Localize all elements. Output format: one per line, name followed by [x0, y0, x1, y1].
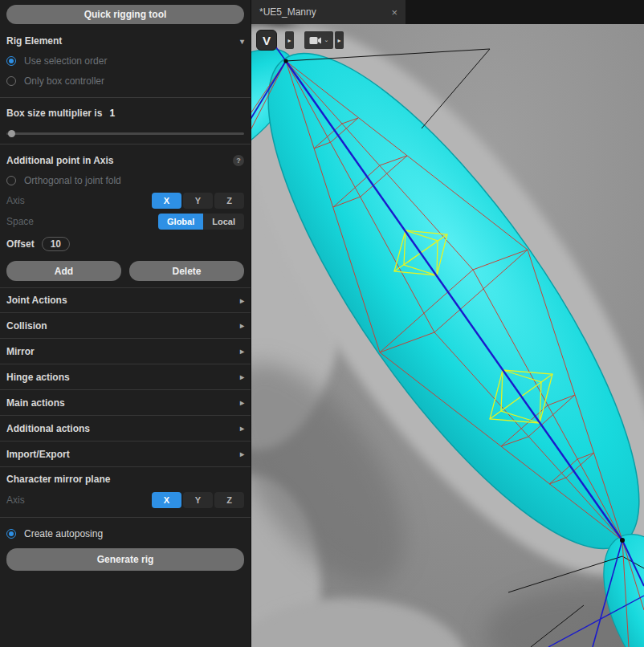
chevron-right-icon: ▸: [240, 296, 244, 305]
section-import-export[interactable]: Import/Export ▸: [0, 442, 251, 467]
character-mirror-plane-title: Character mirror plane: [6, 474, 110, 485]
radio-off-icon: [6, 176, 16, 185]
section-hinge-actions[interactable]: Hinge actions ▸: [0, 364, 251, 390]
radio-off-icon: [6, 76, 16, 86]
box-size-multiplier-label: Box size multiplier is: [6, 108, 102, 119]
space-selector-row: Space Global Local: [6, 211, 244, 232]
box-size-multiplier-value: 1: [109, 108, 115, 119]
viewport-3d[interactable]: V ▸ ⌄ ▸: [251, 24, 644, 647]
chevron-right-icon: ▸: [240, 424, 244, 433]
box-size-slider[interactable]: [6, 130, 244, 137]
divider: [0, 517, 251, 518]
axis-label: Axis: [6, 195, 150, 206]
application-window: Quick rigging tool Rig Element ▾ Use sel…: [0, 0, 644, 647]
chevron-right-icon: ▸: [240, 398, 244, 407]
mirror-axis-x-button[interactable]: X: [152, 492, 181, 508]
section-label: Hinge actions: [6, 372, 70, 383]
only-box-controller-label: Only box controller: [24, 75, 104, 87]
additional-point-header: Additional point in Axis ?: [6, 151, 244, 170]
mirror-axis-label: Axis: [6, 494, 150, 506]
divider: [0, 144, 251, 144]
radio-on-icon: [6, 56, 16, 66]
flyout-right-icon[interactable]: ▸: [285, 31, 294, 49]
rig-element-header[interactable]: Rig Element ▾: [6, 31, 244, 51]
chevron-down-icon: ▾: [240, 37, 244, 46]
axis-z-button[interactable]: Z: [214, 193, 244, 209]
chevron-right-icon: ▸: [240, 372, 244, 381]
viewport-toolbar: V ▸ ⌄ ▸: [256, 30, 344, 51]
axis-selector-row: Axis X Y Z: [6, 190, 244, 211]
add-button[interactable]: Add: [6, 261, 121, 281]
additional-point-title: Additional point in Axis: [6, 155, 114, 166]
character-mirror-plane-header: Character mirror plane: [6, 469, 244, 490]
viewport-3d-scene[interactable]: [251, 24, 644, 647]
add-delete-row: Add Delete: [6, 261, 244, 281]
section-label: Collision: [6, 320, 47, 332]
section-mirror[interactable]: Mirror ▸: [0, 339, 251, 364]
offset-label: Offset: [6, 238, 35, 250]
tab-ue5-manny[interactable]: *UE5_Manny ×: [251, 0, 406, 24]
offset-row: Offset 10: [6, 234, 244, 254]
section-additional-actions[interactable]: Additional actions ▸: [0, 416, 251, 442]
chevron-right-icon: ▸: [240, 321, 244, 330]
camera-icon: [309, 36, 322, 45]
space-segmented-control: Global Local: [158, 214, 244, 230]
caret-down-icon: ⌄: [324, 37, 329, 43]
close-icon[interactable]: ×: [391, 7, 397, 18]
chevron-right-icon: ▸: [240, 450, 244, 458]
space-global-button[interactable]: Global: [158, 214, 203, 230]
generate-rig-button[interactable]: Generate rig: [6, 548, 244, 571]
box-size-multiplier-row: Box size multiplier is 1: [6, 104, 244, 122]
quick-rigging-tool-button[interactable]: Quick rigging tool: [6, 5, 244, 24]
use-selection-order-label: Use selection order: [24, 55, 107, 67]
orthogonal-joint-fold-label: Orthogonal to joint fold: [24, 175, 121, 186]
space-local-button[interactable]: Local: [203, 214, 244, 230]
section-joint-actions[interactable]: Joint Actions ▸: [0, 287, 251, 313]
tab-bar: *UE5_Manny ×: [251, 0, 644, 24]
slider-handle[interactable]: [8, 130, 15, 137]
create-autoposing-radio[interactable]: Create autoposing: [6, 524, 244, 543]
section-label: Import/Export: [6, 449, 70, 460]
only-box-controller-radio[interactable]: Only box controller: [6, 71, 244, 91]
section-label: Joint Actions: [6, 295, 67, 306]
orthogonal-joint-fold-radio[interactable]: Orthogonal to joint fold: [6, 170, 244, 190]
mirror-axis-z-button[interactable]: Z: [214, 492, 244, 508]
rigging-sidebar: Quick rigging tool Rig Element ▾ Use sel…: [0, 0, 251, 647]
tab-label: *UE5_Manny: [259, 6, 316, 18]
camera-view-button[interactable]: ⌄: [304, 31, 333, 49]
use-selection-order-radio[interactable]: Use selection order: [6, 51, 244, 71]
section-label: Additional actions: [6, 423, 90, 434]
mirror-axis-y-button[interactable]: Y: [183, 492, 213, 508]
slider-track[interactable]: [6, 132, 244, 135]
section-label: Mirror: [6, 346, 35, 357]
flyout-right-icon[interactable]: ▸: [335, 31, 344, 49]
help-icon[interactable]: ?: [233, 155, 244, 166]
rig-element-title: Rig Element: [6, 35, 62, 47]
create-autoposing-label: Create autoposing: [24, 528, 103, 539]
axis-y-button[interactable]: Y: [183, 193, 213, 209]
axis-x-button[interactable]: X: [152, 193, 181, 209]
space-label: Space: [6, 216, 158, 227]
section-collision[interactable]: Collision ▸: [0, 313, 251, 339]
app-logo-button[interactable]: V: [256, 30, 277, 51]
delete-button[interactable]: Delete: [129, 261, 244, 281]
radio-on-icon: [6, 529, 16, 539]
section-main-actions[interactable]: Main actions ▸: [0, 390, 251, 416]
mirror-axis-selector-row: Axis X Y Z: [6, 490, 244, 511]
section-label: Main actions: [6, 397, 65, 409]
offset-value-field[interactable]: 10: [42, 237, 70, 251]
chevron-right-icon: ▸: [240, 347, 244, 356]
divider: [0, 97, 251, 98]
